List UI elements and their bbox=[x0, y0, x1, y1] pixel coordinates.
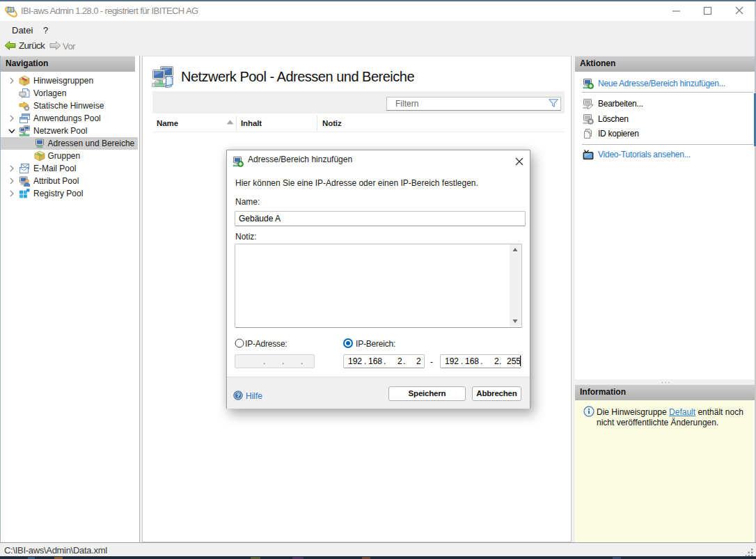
svg-text:?: ? bbox=[236, 392, 239, 399]
